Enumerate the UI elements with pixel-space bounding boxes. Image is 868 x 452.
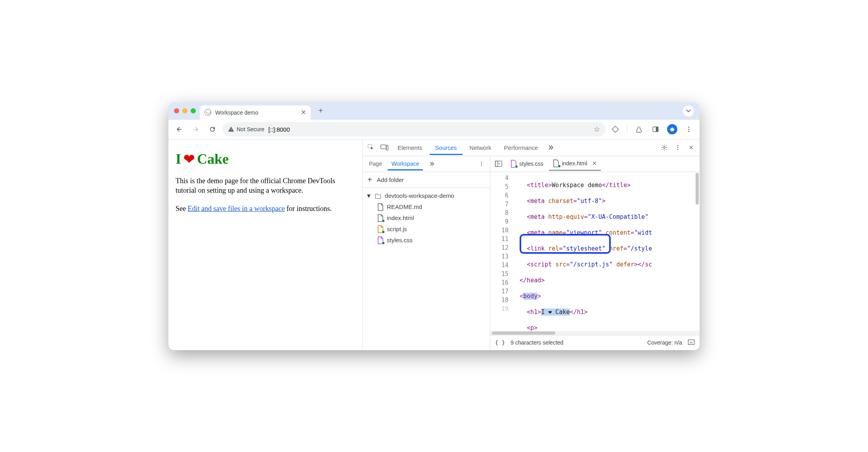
svg-point-3 [688,129,690,130]
editor-status-bar: { } 9 characters selected Coverage: n/a [490,335,700,350]
profile-button[interactable] [665,123,679,136]
url-text: [::]:8000 [268,126,290,133]
line-number-gutter: 45678910111213141516171819 [490,172,512,331]
tree-folder[interactable]: ▼ devtools-workspace-demo [363,190,490,201]
tree-file[interactable]: index.html [363,213,490,224]
chevron-down-icon [686,109,691,113]
devtools-panel: Elements Sources Network Performance ✕ [363,140,700,350]
code-lines[interactable]: <title>Workspace demo</title> <meta char… [512,172,700,331]
svg-point-8 [663,147,665,149]
page-heading: I ❤ Cake [176,151,355,167]
file-icon [377,214,384,222]
forward-button[interactable] [189,123,203,136]
svg-rect-16 [495,161,498,167]
file-icon [510,160,517,168]
maximize-window-button[interactable] [191,108,196,113]
svg-point-11 [677,149,679,150]
svg-point-12 [481,162,482,163]
editor-tab-index[interactable]: index.html ✕ [549,157,601,171]
sources-navigator: Page Workspace + Add folder [363,156,490,350]
side-panel-button[interactable] [649,123,662,136]
close-tab-icon[interactable]: ✕ [592,160,597,167]
tab-search-button[interactable] [683,105,694,117]
toolbar-divider [627,125,627,134]
tab-elements[interactable]: Elements [392,140,428,155]
nav-tab-workspace[interactable]: Workspace [388,157,423,170]
avatar-icon [667,124,677,134]
address-bar[interactable]: Not Secure [::]:8000 ☆ [222,122,606,136]
more-tabs-button[interactable] [545,142,557,153]
rendered-page: I ❤ Cake This is the demo page for the o… [168,140,363,350]
folder-icon [375,192,382,200]
file-icon [377,225,384,233]
navigator-tabs: Page Workspace [363,156,490,172]
svg-rect-6 [381,145,386,149]
labs-button[interactable] [632,123,646,136]
workspace-tutorial-link[interactable]: Edit and save files in a workspace [188,205,285,213]
extensions-button[interactable] [609,123,622,136]
disclosure-triangle-icon: ▼ [366,192,372,199]
source-editor: styles.css index.html ✕ 4567891011121314… [490,156,700,350]
nav-more-tabs-button[interactable] [426,158,438,170]
security-chip[interactable]: Not Secure [228,126,264,132]
horizontal-scrollbar[interactable] [490,331,700,335]
svg-rect-7 [386,146,388,150]
back-button[interactable] [172,123,186,136]
tree-file[interactable]: script.js [363,224,490,235]
browser-window: Workspace demo ✕ + Not Secure [::]:8000 … [168,102,700,350]
inspect-element-button[interactable] [365,142,377,153]
toolbar: Not Secure [::]:8000 ☆ [168,120,700,140]
warning-icon [228,126,234,132]
tab-performance[interactable]: Performance [499,140,544,155]
page-paragraph: See Edit and save files in a workspace f… [176,204,355,213]
page-paragraph: This is the demo page for the official C… [176,176,355,195]
devtools-close-button[interactable]: ✕ [685,142,697,153]
tab-strip: Workspace demo ✕ + [168,102,700,120]
window-controls [172,108,200,113]
plus-icon: + [367,175,372,184]
reload-button[interactable] [206,123,219,136]
browser-tab[interactable]: Workspace demo ✕ [200,105,311,120]
tree-file[interactable]: styles.css [363,235,490,246]
browser-menu-button[interactable] [682,123,696,136]
code-editor[interactable]: 45678910111213141516171819 <title>Worksp… [490,172,700,331]
devtools-settings-button[interactable] [658,142,670,153]
minimize-window-button[interactable] [182,108,187,113]
nav-tab-page[interactable]: Page [365,157,386,170]
file-icon [377,236,384,244]
close-tab-icon[interactable]: ✕ [301,109,306,116]
svg-point-10 [677,147,679,148]
editor-tabs: styles.css index.html ✕ [490,156,700,172]
file-tree: ▼ devtools-workspace-demo README.md [363,188,490,248]
svg-point-14 [481,165,482,166]
editor-tab-styles[interactable]: styles.css [506,157,547,170]
close-window-button[interactable] [174,108,179,113]
globe-icon [205,109,211,116]
sources-body: Page Workspace + Add folder [363,156,700,350]
add-folder-button[interactable]: + Add folder [363,172,490,188]
tab-network[interactable]: Network [464,140,497,155]
new-tab-button[interactable]: + [315,105,327,117]
devtools-menu-button[interactable] [672,142,684,153]
svg-rect-1 [656,127,658,132]
status-coverage: Coverage: n/a [647,339,682,346]
file-icon [553,159,560,167]
content-area: I ❤ Cake This is the demo page for the o… [168,140,700,350]
svg-point-4 [688,131,690,132]
toggle-navigator-button[interactable] [493,158,505,170]
status-selection: 9 characters selected [510,339,563,346]
file-icon [377,203,384,211]
tree-file[interactable]: README.md [363,201,490,213]
nav-menu-button[interactable] [476,158,488,170]
bookmark-icon[interactable]: ☆ [594,125,600,134]
toggle-drawer-button[interactable] [688,339,695,347]
svg-point-2 [688,126,690,128]
tab-sources[interactable]: Sources [430,140,463,155]
device-toolbar-button[interactable] [379,142,390,153]
svg-point-13 [481,163,482,164]
devtools-tabs: Elements Sources Network Performance ✕ [363,140,700,156]
heart-icon: ❤ [184,151,195,167]
tab-title: Workspace demo [215,109,258,116]
svg-point-9 [677,145,679,146]
pretty-print-button[interactable]: { } [495,339,505,346]
